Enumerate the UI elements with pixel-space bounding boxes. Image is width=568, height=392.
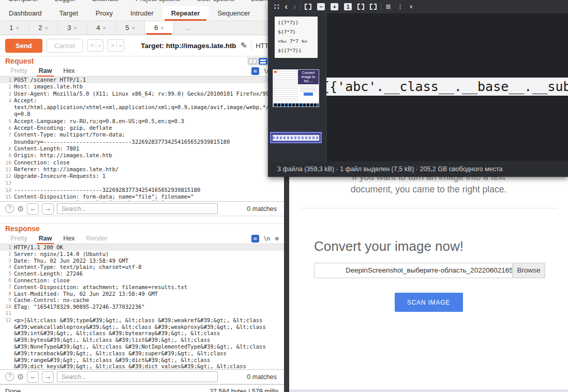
more-menu-icon[interactable]: ⋮ [397, 3, 403, 10]
request-line: q=0.8 [0, 111, 284, 117]
request-editor[interactable]: 1POST /scanner HTTP/1.12Host: images.lat… [0, 76, 284, 201]
request-title: Request [5, 57, 34, 65]
gear-icon[interactable]: ⚙ [17, 373, 24, 381]
next-match-button[interactable]: → [42, 203, 54, 215]
response-tab-pretty[interactable]: Pretty [5, 234, 33, 244]
burp-main-tab-row: DashboardTargetProxyIntruderRepeaterSequ… [0, 6, 284, 21]
repeater-tab-6[interactable]: 6× [145, 21, 174, 35]
ssti-payload-text: {{'abc'.__class__.__base__.__subclasses_… [326, 79, 568, 94]
response-view-tabs: PrettyRawHexRender ≋ \n ≡ [0, 233, 284, 244]
tab-intruder[interactable]: Intruder [122, 6, 162, 21]
layout-columns-button[interactable] [248, 58, 257, 65]
browser-window: If you want to turn an image into a text… [284, 177, 568, 392]
viewer-toolbar: ∷‹›−+1≣⋮∨ [268, 0, 568, 13]
tab-proxy[interactable]: Proxy [87, 6, 122, 21]
top-tab[interactable]: Comparer [0, 0, 47, 5]
status-metrics: 27,584 bytes | 579 millis [210, 388, 279, 392]
response-tab-render[interactable]: Render [81, 234, 113, 244]
gear-icon[interactable]: ⚙ [17, 205, 24, 213]
scan-image-button[interactable]: SCAN IMAGE [395, 293, 463, 312]
top-tab[interactable]: Extender [84, 0, 127, 5]
thumbnail-list-icon[interactable]: ≣ [385, 3, 391, 10]
close-tab-icon[interactable]: × [73, 25, 77, 31]
repeater-tab-5[interactable]: 5× [116, 21, 145, 35]
back-icon[interactable]: ‹ [285, 4, 288, 10]
burp-status-bar: Done 27,584 bytes | 579 millis [0, 384, 284, 392]
zoom-in-icon[interactable]: + [331, 3, 338, 10]
fit-width-icon[interactable] [370, 4, 377, 10]
tab-sequencer[interactable]: Sequencer [208, 6, 259, 21]
actual-size-icon[interactable]: 1 [344, 3, 352, 10]
caret-down-icon[interactable]: ▾ [98, 43, 100, 48]
viewer-status-bar: 3 файла (359,3 kB) · 1 файл выделен (7,5… [268, 161, 568, 177]
response-line: 9Cache-Control: no-cache [0, 297, 284, 304]
request-search-input[interactable] [57, 203, 218, 214]
divider [251, 40, 251, 51]
thumbnail-selected-payload[interactable] [270, 132, 322, 143]
zoom-out-icon[interactable]: − [317, 3, 325, 10]
repeater-tab-3[interactable]: 3× [58, 21, 87, 35]
pretty-print-icon[interactable]: ≋ [251, 67, 259, 75]
prev-match-button[interactable]: ← [27, 203, 39, 215]
help-icon[interactable]: ? [5, 372, 14, 381]
repeater-tab-1[interactable]: 1× [0, 21, 29, 35]
file-upload-control[interactable]: DeepinScreenshot_выберите-область_202206… [314, 263, 545, 278]
caret-down-icon[interactable]: ▾ [119, 43, 121, 48]
close-tab-icon[interactable]: × [160, 25, 163, 31]
top-tab[interactable]: Project options [127, 0, 188, 5]
divider [301, 208, 557, 208]
section-gap [0, 216, 284, 223]
image-viewer-window: ∷‹›−+1≣⋮∨ {{7*7}} ${7*7} <%= 7*7 %> ${{7… [268, 0, 568, 177]
help-icon[interactable]: ? [5, 204, 14, 213]
thumbnail-site-screenshot[interactable]: Convert image to tex.... [273, 69, 319, 107]
prev-match-button[interactable]: ← [27, 371, 39, 383]
repeater-tab-more[interactable]: ...× [174, 21, 202, 35]
request-line: 5Accept-Language: ru-RU,ru;q=0.8,en-US;q… [0, 118, 284, 125]
history-back-button[interactable]: <▾ [87, 39, 103, 52]
response-editor[interactable]: 1HTTP/1.1 200 OK2Server: nginx/1.14.0 (U… [0, 244, 284, 369]
request-line: 11Referer: http://images.late.htb/ [0, 166, 284, 173]
thumb-text-lines [300, 85, 317, 92]
repeater-tab-4[interactable]: 4× [87, 21, 116, 35]
tab-target[interactable]: Target [51, 6, 87, 21]
response-line: 5Content-Length: 27246 [0, 270, 284, 277]
toolbar-separator[interactable] [300, 3, 301, 11]
top-tab[interactable]: Logger [47, 0, 84, 5]
toolbar-separator[interactable] [381, 3, 381, 11]
top-tab[interactable]: User options [188, 0, 243, 5]
tab-dashboard[interactable]: Dashboard [0, 6, 51, 21]
thumbnail-ssti-payloads[interactable]: {{7*7}} ${7*7} <%= 7*7 %> ${{7*7}} [275, 17, 318, 58]
pretty-print-icon[interactable]: ≋ [251, 235, 259, 243]
response-tab-hex[interactable]: Hex [58, 234, 80, 244]
request-tab-raw[interactable]: Raw [34, 66, 57, 76]
response-line: &#39;traceback&#39;&gt;, &lt;class &#39;… [0, 350, 284, 357]
close-tab-icon[interactable]: × [16, 25, 19, 31]
close-tab-icon[interactable]: × [44, 25, 48, 31]
send-button[interactable]: Send [5, 39, 42, 53]
next-match-button[interactable]: → [42, 371, 54, 383]
browse-button[interactable]: Browse [512, 263, 545, 278]
close-tab-icon[interactable]: × [131, 25, 134, 31]
forward-icon[interactable]: › [293, 4, 296, 10]
response-search-input[interactable] [57, 371, 218, 382]
fullscreen-icon[interactable] [305, 4, 311, 10]
response-tab-raw[interactable]: Raw [34, 234, 57, 244]
expand-icon[interactable]: ∨ [409, 3, 413, 10]
request-tab-pretty[interactable]: Pretty [5, 66, 33, 76]
close-tab-icon[interactable]: × [102, 25, 106, 31]
fit-window-icon[interactable] [357, 4, 364, 10]
tab-repeater[interactable]: Repeater [162, 6, 209, 21]
request-tab-hex[interactable]: Hex [58, 66, 80, 76]
response-header: Response [0, 223, 284, 233]
repeater-tab-2[interactable]: 2× [29, 21, 58, 35]
app-grid-icon[interactable]: ∷ [274, 3, 279, 10]
layout-rows-button[interactable] [259, 58, 267, 65]
edit-target-icon[interactable]: ✎ [241, 41, 247, 50]
request-search-bar: ? ⚙ ← → 0 matches [0, 201, 284, 216]
history-forward-button[interactable]: >▾ [108, 39, 124, 52]
editor-menu-icon[interactable]: ≡ [275, 235, 279, 243]
show-newlines-icon[interactable]: \n [264, 235, 271, 242]
file-input-value: DeepinScreenshot_выберите-область_202206… [315, 263, 512, 278]
response-line: 2Server: nginx/1.14.0 (Ubuntu) [0, 251, 284, 258]
cancel-button[interactable]: Cancel [47, 39, 83, 53]
